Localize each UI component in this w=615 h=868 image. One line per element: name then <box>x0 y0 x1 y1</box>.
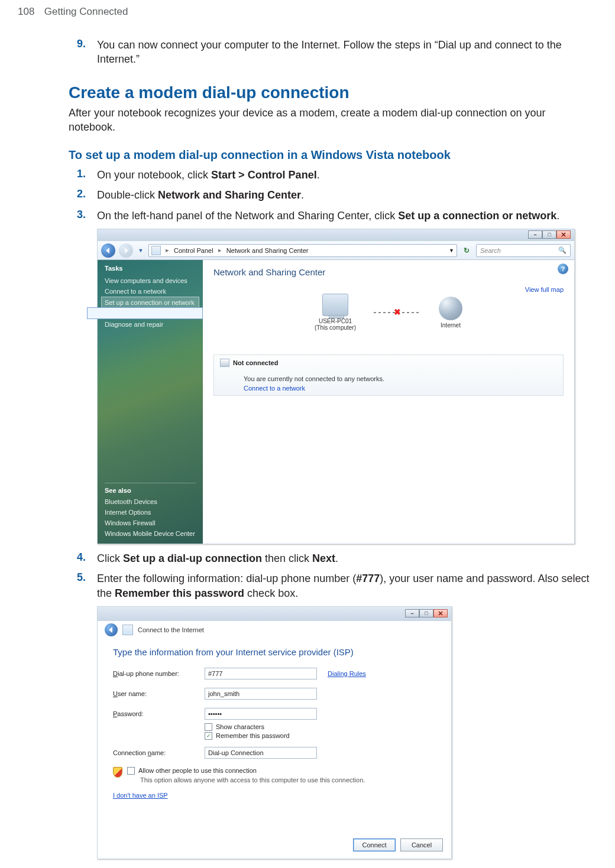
bold: Network and Sharing Center <box>158 189 301 201</box>
node-sublabel: (This computer) <box>315 324 356 331</box>
computer-icon <box>322 294 348 316</box>
t: . <box>556 210 559 222</box>
back-button[interactable] <box>105 623 118 636</box>
connect-button[interactable]: Connect <box>353 838 396 851</box>
back-button[interactable] <box>101 243 115 258</box>
t: On your notebook, click <box>97 169 211 181</box>
dial-phone-input[interactable]: #777 <box>205 668 317 680</box>
bold: Next <box>312 552 335 564</box>
wizard-heading: Type the information from your Internet … <box>113 647 436 657</box>
wizard-title: Connect to the Internet <box>138 626 204 633</box>
view-full-map-link[interactable]: View full map <box>525 286 564 293</box>
breadcrumb-item[interactable]: Control Panel <box>174 247 213 254</box>
callout-rectangle <box>87 307 203 319</box>
connect-internet-wizard-screenshot: – □ Connect to the Internet Type the inf… <box>97 606 452 859</box>
status-message: You are currently not connected to any n… <box>220 375 557 382</box>
connection-name-input[interactable]: Dial-up Connection <box>205 747 317 759</box>
step-2-text: Double-click Network and Sharing Center. <box>97 188 591 202</box>
sidebar-item-windows-firewall[interactable]: Windows Firewall <box>105 518 196 528</box>
password-label: Password: <box>113 710 205 717</box>
sidebar-item-internet-options[interactable]: Internet Options <box>105 507 196 518</box>
bold: Set up a connection or network <box>398 210 556 222</box>
password-input[interactable]: •••••• <box>205 708 317 720</box>
status-heading: Not connected <box>233 359 278 366</box>
sidebar-item-wmdc[interactable]: Windows Mobile Device Center <box>105 528 196 539</box>
sidebar-item-setup-connection[interactable]: Set up a connection or network <box>101 297 199 308</box>
t: Click <box>97 552 123 564</box>
tasks-heading: Tasks <box>105 265 196 272</box>
show-characters-label[interactable]: Show characters <box>216 723 264 730</box>
step-4-text: Click Set up a dial-up connection then c… <box>97 551 591 565</box>
sidebar-item-view-computers[interactable]: View computers and devices <box>105 275 196 286</box>
maximize-button[interactable]: □ <box>419 609 433 617</box>
history-dropdown-icon[interactable]: ▼ <box>137 245 145 256</box>
minimize-button[interactable]: – <box>528 230 542 239</box>
sidebar-item-diagnose-repair[interactable]: Diagnose and repair <box>105 319 196 330</box>
refresh-button[interactable]: ↻ <box>461 245 472 256</box>
search-icon: 🔍 <box>558 246 567 254</box>
t: . <box>317 169 320 181</box>
step-number-3: 3. <box>77 209 97 223</box>
globe-icon <box>439 297 462 320</box>
vista-network-sharing-screenshot: – □ ▼ ▸ Control Panel ▸ Network and Shar… <box>97 229 575 544</box>
search-input[interactable]: Search 🔍 <box>476 244 571 257</box>
remember-password-checkbox[interactable]: ✓ <box>205 732 212 740</box>
minimize-button[interactable]: – <box>405 609 419 617</box>
network-map: USER-PC01 (This computer) ✖ Internet <box>213 294 564 331</box>
close-button[interactable] <box>433 609 448 617</box>
allow-others-checkbox[interactable] <box>127 767 135 775</box>
breadcrumb-sep-icon: ▸ <box>217 246 223 254</box>
dialing-rules-link[interactable]: Dialing Rules <box>328 670 366 677</box>
sidebar-item-connect-network[interactable]: Connect to a network <box>105 286 196 297</box>
bold: Start > Control Panel <box>211 169 317 181</box>
see-also-heading: See also <box>105 483 196 494</box>
connection-line: ✖ <box>374 312 421 313</box>
show-characters-checkbox[interactable] <box>205 723 212 731</box>
main-panel: ? Network and Sharing Center View full m… <box>203 260 574 544</box>
monitor-icon <box>220 359 229 367</box>
cancel-button[interactable]: Cancel <box>400 838 443 851</box>
allow-others-label[interactable]: Allow other people to use this connectio… <box>138 767 257 774</box>
username-input[interactable]: john_smith <box>205 688 317 700</box>
step-1-text: On your notebook, click Start > Control … <box>97 168 591 182</box>
step-3-text: On the left-hand panel of the Network an… <box>97 209 591 223</box>
t: check box. <box>244 587 298 599</box>
shield-icon <box>113 767 122 778</box>
step-number-2: 2. <box>77 188 97 202</box>
address-dropdown-icon[interactable]: ▼ <box>449 248 454 253</box>
address-bar[interactable]: ▸ Control Panel ▸ Network and Sharing Ce… <box>148 244 457 257</box>
bold: Set up a dial-up connection <box>123 552 262 564</box>
maximize-button[interactable]: □ <box>542 230 556 239</box>
remember-password-label[interactable]: Remember this password <box>216 732 290 739</box>
t: Double-click <box>97 189 158 201</box>
dial-phone-label: Dial-up phone number: <box>113 670 205 677</box>
status-panel: Not connected You are currently not conn… <box>213 355 564 396</box>
wizard-header: Connect to the Internet <box>98 621 451 639</box>
connect-network-link[interactable]: Connect to a network <box>220 385 557 392</box>
step-number-1: 1. <box>77 168 97 182</box>
forward-button[interactable] <box>119 243 133 258</box>
node-label: Internet <box>439 322 462 329</box>
username-label: User name: <box>113 690 205 697</box>
help-icon[interactable]: ? <box>558 264 568 274</box>
no-isp-link[interactable]: I don't have an ISP <box>113 792 436 799</box>
running-header: 108 Getting Connected <box>18 0 597 18</box>
breadcrumb-item[interactable]: Network and Sharing Center <box>226 247 309 254</box>
close-button[interactable] <box>556 230 571 239</box>
window-titlebar[interactable]: – □ <box>98 229 574 241</box>
section-heading: Create a modem dial-up connection <box>69 83 591 102</box>
step-number-5: 5. <box>77 571 97 600</box>
explorer-toolbar: ▼ ▸ Control Panel ▸ Network and Sharing … <box>98 241 574 260</box>
bold: #777 <box>356 573 380 584</box>
panel-title: Network and Sharing Center <box>213 267 564 277</box>
t: then click <box>262 552 312 564</box>
sidebar-item-bluetooth[interactable]: Bluetooth Devices <box>105 496 196 507</box>
chapter-title: Getting Connected <box>44 6 128 18</box>
allow-others-sublabel: This option allows anyone with access to… <box>128 776 365 784</box>
t: On the left-hand panel of the Network an… <box>97 210 398 222</box>
section-lead: After your notebook recognizes your devi… <box>69 106 591 135</box>
node-internet: Internet <box>439 297 462 329</box>
window-titlebar[interactable]: – □ <box>98 607 451 621</box>
disconnected-icon: ✖ <box>394 307 401 317</box>
node-this-computer: USER-PC01 (This computer) <box>315 294 356 331</box>
